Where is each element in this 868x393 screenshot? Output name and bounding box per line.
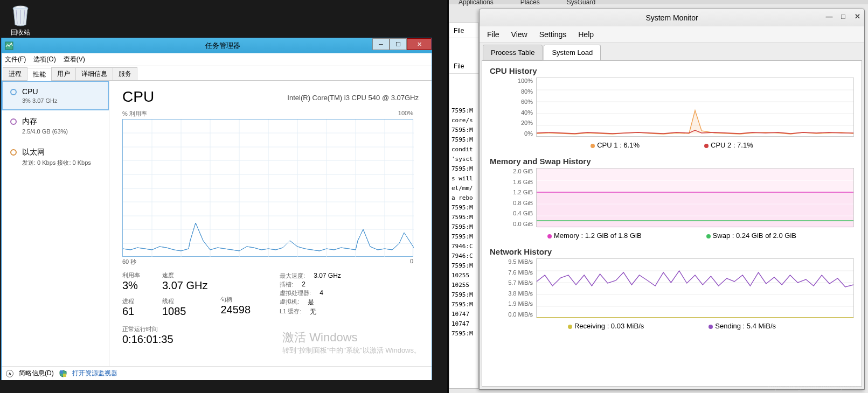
cpu-dot-icon: [10, 89, 17, 95]
panel-applications[interactable]: Applications: [459, 0, 494, 5]
mini-menu-file2[interactable]: File: [449, 59, 478, 74]
open-resource-monitor-link[interactable]: 打开资源监视器: [72, 369, 117, 378]
network-history-chart: [536, 258, 854, 318]
util-axis-label: % 利用率: [122, 110, 147, 118]
legend-item: Receiving : 0.03 MiB/s: [568, 322, 644, 330]
legend-text: Sending : 5.4 MiB/s: [715, 322, 776, 330]
ylabel: 2.0 GiB: [490, 168, 533, 174]
mini-menu-file[interactable]: File: [449, 23, 478, 38]
cpu-history-heading: CPU History: [490, 66, 854, 75]
vm-value: 是: [308, 298, 340, 307]
system-monitor-window: System Monitor — □ ✕ File View Settings …: [479, 9, 865, 390]
ylabel: 5.7 MiB/s: [490, 279, 533, 286]
sm-menu-view[interactable]: View: [511, 30, 527, 39]
sidebar-cpu-sub: 3% 3.07 GHz: [22, 97, 57, 104]
legend-item: Swap : 0.24 GiB of 2.0 GiB: [706, 231, 796, 240]
perf-main: CPU Intel(R) Core(TM) i3 CPU 540 @ 3.07G…: [109, 81, 432, 366]
ylabel: 60%: [490, 99, 533, 105]
ylabel: 1.6 GiB: [490, 179, 533, 185]
x-axis-right: 0: [410, 258, 413, 266]
activate-watermark: 激活 Windows 转到"控制面板"中的"系统"以激活 Windows。: [282, 329, 421, 355]
recycle-bin[interactable]: 回收站: [5, 4, 35, 37]
panel-sysguard[interactable]: SysGuard: [567, 0, 595, 5]
legend-item: CPU 1 : 6.1%: [591, 141, 640, 149]
menu-file[interactable]: 文件(F): [5, 55, 26, 64]
titlebar[interactable]: 任务管理器 ─ ☐ ✕: [2, 38, 432, 53]
sm-menu-help[interactable]: Help: [578, 30, 594, 39]
legend-item: CPU 2 : 7.1%: [704, 141, 753, 149]
legend-text: Swap : 0.24 GiB of 2.0 GiB: [713, 231, 796, 240]
cpu-history-chart: [536, 78, 854, 137]
footer: ∧ 简略信息(D) 打开资源监视器: [2, 366, 432, 380]
net-legend: Receiving : 0.03 MiB/s Sending : 5.4 MiB…: [490, 322, 854, 330]
thread-label: 线程: [162, 297, 207, 305]
dot-icon: [591, 144, 595, 148]
l1-value: 无: [310, 307, 342, 317]
svg-rect-30: [537, 192, 853, 228]
watermark-title: 激活 Windows: [282, 329, 421, 346]
sm-menu-file[interactable]: File: [487, 30, 499, 39]
sidebar-mem-title: 内存: [22, 117, 68, 127]
vproc-label: 虚拟处理器:: [280, 289, 311, 297]
legend-item: Memory : 1.2 GiB of 1.8 GiB: [547, 231, 642, 240]
ylabel: 0%: [490, 130, 533, 137]
sm-menu-settings[interactable]: Settings: [539, 30, 567, 39]
csdn-watermark: https://blog.csdn.net/wujiandao: [767, 383, 864, 391]
sm-close-button[interactable]: ✕: [853, 12, 861, 20]
sm-tabstrip: Process Table System Load: [480, 43, 864, 60]
cpu-chart: [122, 119, 413, 257]
speed-value: 3.07 GHz: [162, 279, 207, 292]
util-axis-max: 100%: [398, 110, 413, 118]
sidebar-item-ethernet[interactable]: 以太网 发送: 0 Kbps 接收: 0 Kbps: [2, 141, 109, 173]
menu-view[interactable]: 查看(V): [64, 55, 85, 64]
dot-icon: [706, 234, 711, 238]
svg-rect-20: [60, 370, 63, 374]
minimize-button[interactable]: ─: [372, 38, 390, 50]
sidebar-item-cpu[interactable]: CPU 3% 3.07 GHz: [2, 81, 109, 110]
ylabel: 1.2 GiB: [490, 189, 533, 195]
network-history-heading: Network History: [490, 247, 854, 256]
handle-value: 24598: [220, 304, 251, 316]
sm-minimize-button[interactable]: —: [825, 12, 833, 20]
tab-processes[interactable]: 进程: [3, 67, 27, 80]
sockets-label: 插槽:: [280, 280, 293, 289]
tab-details[interactable]: 详细信息: [75, 67, 113, 80]
sm-tab-system-load[interactable]: System Load: [544, 45, 601, 60]
terminal-output: 7595:M core/s 7595:M 7595:M condit 'sysc…: [449, 103, 478, 342]
tab-users[interactable]: 用户: [51, 67, 76, 80]
menu-options[interactable]: 选项(O): [33, 55, 55, 64]
sidebar-item-memory[interactable]: 内存 2.5/4.0 GB (63%): [2, 110, 109, 141]
shield-icon: [59, 370, 67, 377]
mem-legend: Memory : 1.2 GiB of 1.8 GiB Swap : 0.24 …: [490, 231, 854, 240]
task-manager-icon: [5, 41, 13, 50]
chevron-up-icon[interactable]: ∧: [6, 370, 13, 377]
speed-label: 速度: [162, 271, 207, 279]
watermark-sub: 转到"控制面板"中的"系统"以激活 Windows。: [282, 346, 421, 355]
sm-maximize-button[interactable]: □: [839, 12, 847, 20]
maximize-button[interactable]: ☐: [390, 38, 407, 50]
ylabel: 0.4 GiB: [490, 210, 533, 216]
sidebar-cpu-title: CPU: [22, 87, 57, 96]
sm-window-title: System Monitor: [645, 13, 698, 22]
legend-text: Receiving : 0.03 MiB/s: [574, 322, 644, 330]
sm-tab-process-table[interactable]: Process Table: [483, 45, 543, 60]
tab-performance[interactable]: 性能: [27, 68, 52, 81]
legend-text: CPU 1 : 6.1%: [597, 141, 640, 149]
ylabel: 9.5 MiB/s: [490, 258, 533, 265]
maxspeed-value: 3.07 GHz: [314, 272, 346, 280]
dot-icon: [704, 144, 709, 148]
legend-item: Sending : 5.4 MiB/s: [709, 322, 776, 330]
panel-items: Applications Places SysGuard: [449, 0, 868, 5]
menubar: 文件(F) 选项(O) 查看(V): [2, 53, 432, 66]
ylabel: 100%: [490, 78, 533, 84]
vm-label: 虚拟机:: [280, 298, 299, 307]
close-button[interactable]: ✕: [407, 38, 432, 50]
net-ylabels: 9.5 MiB/s7.6 MiB/s5.7 MiB/s3.8 MiB/s1.9 …: [490, 258, 533, 318]
memory-dot-icon: [10, 118, 17, 125]
ylabel: 3.8 MiB/s: [490, 290, 533, 297]
panel-places[interactable]: Places: [520, 0, 540, 5]
brief-info-link[interactable]: 简略信息(D): [19, 369, 54, 378]
sm-titlebar[interactable]: System Monitor — □ ✕: [480, 9, 864, 26]
l1-label: L1 缓存:: [280, 307, 301, 317]
tab-services[interactable]: 服务: [113, 67, 137, 80]
